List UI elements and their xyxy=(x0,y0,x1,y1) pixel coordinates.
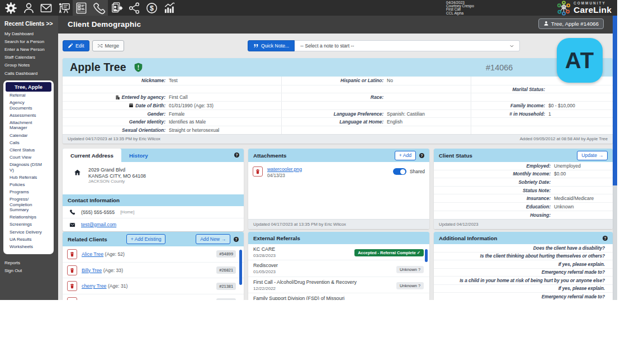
related-client-row: Cherry Tree (Age: 22) #29867 xyxy=(63,294,244,300)
client-menu-referral[interactable]: Referral xyxy=(6,92,51,99)
field-label: Gender: xyxy=(63,111,165,117)
referrals-list-scrollbar-thumb[interactable] xyxy=(425,249,428,262)
share-icon[interactable] xyxy=(126,0,144,16)
sidebar-item-my-dashboard[interactable]: My Dashboard xyxy=(0,30,58,37)
client-menu-worksheets[interactable]: Worksheets xyxy=(6,243,51,250)
client-menu-policies[interactable]: Policies xyxy=(6,181,51,188)
related-client-age: (Age: 33) xyxy=(103,268,123,273)
sidebar-item-reports[interactable]: Reports xyxy=(0,259,58,266)
quick-note-button[interactable]: Quick Note... xyxy=(248,40,295,51)
contact-information-header: Contact Information xyxy=(63,194,244,206)
forms-icon[interactable] xyxy=(73,0,91,16)
question-row: If yes, please explain. xyxy=(434,260,613,269)
client-menu-calls[interactable]: Calls xyxy=(6,139,51,146)
client-menu-progress-summary[interactable]: Progress/ Completion Summary xyxy=(6,196,51,213)
sidebar-item-calls-dashboard[interactable]: Calls Dashboard xyxy=(0,69,58,77)
info-icon[interactable]: ? xyxy=(234,153,239,158)
field-label: Entered by agency: xyxy=(63,94,165,100)
related-clients-panel: Related Clients + Add Existing Add New →… xyxy=(63,232,244,300)
referral-status-badge: Unknown ? xyxy=(396,282,424,289)
edit-button-label: Edit xyxy=(75,43,84,49)
update-status-button[interactable]: Update → xyxy=(577,151,608,160)
client-menu-screenings[interactable]: Screenings xyxy=(6,221,51,228)
phone-icon[interactable] xyxy=(91,0,108,16)
info-icon[interactable]: ? xyxy=(603,236,608,241)
client-menu-attachment-manager[interactable]: Attachment Manager xyxy=(6,119,51,132)
info-icon[interactable]: ? xyxy=(234,237,239,242)
user-icon[interactable] xyxy=(20,0,38,16)
question-row: Is the client thinking about hurting the… xyxy=(434,253,613,261)
phone-icon xyxy=(69,209,75,215)
status-row: Housing: xyxy=(434,211,613,220)
trash-icon xyxy=(69,268,75,273)
client-menu-calendar[interactable]: Calendar xyxy=(6,132,51,139)
page-scrollbar[interactable] xyxy=(613,16,617,300)
recent-clients-header[interactable]: Recent Clients >> xyxy=(0,16,58,30)
add-existing-button[interactable]: + Add Existing xyxy=(126,234,166,244)
client-menu-agency-documents[interactable]: Agency Documents xyxy=(6,99,51,112)
client-menu-service-delivery[interactable]: Service Delivery xyxy=(6,228,51,236)
client-menu-relationships[interactable]: Relationships xyxy=(6,214,51,221)
delete-attachment-button[interactable] xyxy=(253,166,263,177)
client-menu-diagnosis[interactable]: Diagnosis (DSM V) xyxy=(6,161,51,174)
sidebar-item-group-notes[interactable]: Group Notes xyxy=(0,61,58,69)
delete-relation-button[interactable] xyxy=(67,249,77,259)
field-label: Employed: xyxy=(434,163,551,169)
email-link[interactable]: test@gmail.com xyxy=(81,222,116,227)
note-template-select[interactable]: -- Select a note to start -- xyxy=(295,40,520,51)
training-icon[interactable] xyxy=(55,0,73,16)
related-client-link[interactable]: cherry Tree xyxy=(82,283,107,289)
related-client-link[interactable]: Cherry Tree xyxy=(82,299,107,300)
demographics-row: Gender:Female Language Preference:Spanis… xyxy=(63,109,613,118)
related-client-row: Alice Tree (Age: 52) #54899 xyxy=(63,246,244,263)
mail-icon[interactable] xyxy=(37,0,55,16)
reports-icon[interactable] xyxy=(161,0,179,16)
related-clients-title: Related Clients xyxy=(68,236,107,242)
address-line1: 2029 Grand Blvd xyxy=(88,167,146,173)
client-menu-client-status[interactable]: Client Status xyxy=(6,146,51,154)
related-client-age: (Age: 31) xyxy=(108,283,127,289)
edit-button[interactable]: Edit xyxy=(63,40,89,51)
field-label: Race: xyxy=(282,94,383,100)
alert-shield-icon[interactable] xyxy=(134,63,143,72)
related-list-scrollbar-thumb[interactable] xyxy=(239,250,242,285)
client-banner: Apple Tree #14066 xyxy=(63,58,613,77)
related-client-id-badge: #54899 xyxy=(216,250,236,258)
trash-icon xyxy=(69,251,75,257)
sidebar-item-new-person[interactable]: Enter a New Person xyxy=(0,45,58,53)
related-client-link[interactable]: Alice Tree xyxy=(82,251,103,257)
shared-toggle[interactable] xyxy=(393,168,406,175)
client-menu-court-view[interactable]: Court View xyxy=(6,154,51,161)
delete-relation-button[interactable] xyxy=(67,281,77,291)
client-menu-assessments[interactable]: Assessments xyxy=(6,112,51,119)
page-scrollbar-thumb[interactable] xyxy=(613,16,617,185)
add-attachment-button[interactable]: + Add xyxy=(395,151,416,160)
sidebar-item-sign-out[interactable]: Sign Out xyxy=(0,266,58,274)
gear-icon[interactable] xyxy=(2,0,20,16)
delete-relation-button[interactable] xyxy=(67,265,77,275)
client-menu-panel: Tree, Apple Referral Agency Documents As… xyxy=(3,80,54,254)
tab-history[interactable]: History xyxy=(121,149,156,162)
related-client-id-badge: #29867 xyxy=(216,298,236,300)
question-label: Emergency referral made to? xyxy=(542,294,605,299)
client-menu-hub-referrals[interactable]: Hub Referrals xyxy=(6,174,51,181)
delete-relation-button[interactable] xyxy=(67,297,77,300)
referral-row: Rediscover 01/05/2023 Unknown ? xyxy=(248,260,429,277)
related-client-link[interactable]: Billy Tree xyxy=(82,268,102,273)
client-menu-programs[interactable]: Programs xyxy=(6,188,51,196)
attachment-file-link[interactable]: watercooler.png xyxy=(267,166,302,172)
sidebar-active-client[interactable]: Tree, Apple xyxy=(6,82,51,92)
client-menu-ua-results[interactable]: UA Results xyxy=(6,236,51,243)
sidebar-item-search-person[interactable]: Search for a Person xyxy=(0,37,58,45)
tab-current-address[interactable]: Current Address xyxy=(63,149,121,162)
sidebar-item-staff-calendars[interactable]: Staff Calendars xyxy=(0,54,58,61)
current-client-button[interactable]: Tree, Apple #14066 xyxy=(538,18,604,29)
billing-icon[interactable] xyxy=(143,0,161,16)
client-intake-icon[interactable] xyxy=(108,0,126,16)
contact-information-title: Contact Information xyxy=(68,197,120,203)
info-icon[interactable]: ? xyxy=(419,153,424,158)
address-county: JACKSON County xyxy=(88,179,146,185)
add-new-button[interactable]: Add New → xyxy=(196,234,230,244)
merge-button[interactable]: Merge xyxy=(92,40,125,51)
quote-icon xyxy=(253,43,259,49)
